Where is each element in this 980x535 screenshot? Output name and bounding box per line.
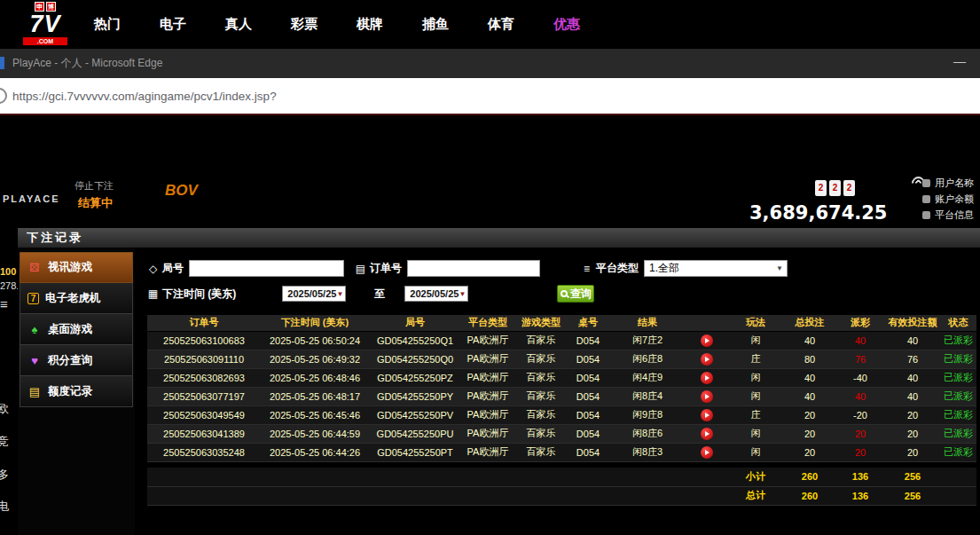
- cards-group: 2 2 2: [815, 180, 855, 196]
- round-no-input[interactable]: [189, 260, 344, 277]
- cell-bet_time: 2025-05-25 06:49:32: [261, 350, 369, 368]
- window-favicon: [0, 57, 4, 69]
- summary-end: [940, 486, 976, 505]
- edge-fragment: 竞: [0, 434, 9, 450]
- cell-result: 闲8庄3: [608, 443, 686, 461]
- cell-game_type: 百家乐: [514, 331, 568, 350]
- platform-type-value: 1.全部: [649, 261, 679, 276]
- menu-item-balance[interactable]: 账户余额: [922, 191, 974, 207]
- order-no-input[interactable]: [407, 260, 540, 277]
- playing-card: 2: [843, 180, 855, 196]
- hamburger-icon: ≡: [0, 296, 8, 311]
- cell-platform: PA欧洲厅: [461, 405, 514, 424]
- cell-table_no: D054: [568, 368, 608, 387]
- platform-type-select[interactable]: 1.全部 ▼: [644, 260, 788, 277]
- col-header-result: 结果: [608, 315, 686, 331]
- cell-status: 已派彩: [940, 368, 976, 387]
- cell-result: 闲4庄9: [608, 368, 686, 387]
- bet-time-label: 下注时间 (美东): [162, 287, 236, 302]
- cell-status: 已派彩: [940, 443, 976, 461]
- points-icon: ♥: [27, 354, 42, 367]
- reload-icon[interactable]: [0, 88, 7, 104]
- cell-status: 已派彩: [940, 405, 976, 424]
- site-logo[interactable]: 申 博 7V .COM: [16, 2, 74, 47]
- cell-bet_time: 2025-05-25 06:45:46: [261, 405, 369, 424]
- nav-item-7[interactable]: 优惠: [553, 16, 580, 33]
- col-header-valid_bet: 有效投注额: [885, 315, 940, 331]
- cell-valid_bet: 20: [885, 443, 940, 461]
- summary-pad: [147, 486, 727, 505]
- cell-payout: 20: [835, 443, 885, 461]
- bet-record-row: 2505250630352482025-05-25 06:44:26GD0542…: [147, 443, 976, 461]
- replay-cell: [686, 368, 727, 387]
- cell-bet_time: 2025-05-25 06:50:24: [261, 331, 369, 350]
- filter-row-2: 下注时间 (美东) 2025/05/25 ▼ 至 2025/05/25 ▼ 查询: [147, 285, 594, 303]
- nav-item-1[interactable]: 电子: [160, 16, 186, 33]
- cell-result: 闲7庄2: [608, 331, 686, 350]
- cell-status: 已派彩: [940, 424, 976, 443]
- replay-button[interactable]: [701, 390, 713, 403]
- nav-item-4[interactable]: 棋牌: [357, 16, 383, 33]
- search-button[interactable]: 查询: [557, 285, 594, 303]
- date-to-select[interactable]: 2025/05/25 ▼: [404, 286, 468, 302]
- account-menu: 用户名称 账户余额 平台信息: [922, 175, 974, 223]
- nav-item-5[interactable]: 捕鱼: [422, 16, 449, 33]
- cell-result: 闲8庄4: [608, 387, 686, 405]
- nav-item-0[interactable]: 热门: [94, 16, 121, 33]
- cell-result: 闲8庄6: [608, 424, 686, 443]
- replay-button[interactable]: [701, 353, 713, 366]
- cell-payout: -20: [835, 405, 885, 424]
- bet-record-row: 2505250630911102025-05-25 06:49:32GD0542…: [147, 350, 976, 368]
- cell-result: 闲9庄8: [608, 405, 686, 424]
- summary-payout: 136: [835, 486, 885, 505]
- sidebar-item-3[interactable]: ♥积分查询: [20, 345, 133, 376]
- stop-betting-text: 停止下注: [74, 179, 114, 193]
- date-to-value: 2025/05/25: [410, 288, 459, 299]
- summary-pad: [147, 468, 727, 486]
- window-title: PlayAce - 个人 - Microsoft Edge: [12, 56, 162, 71]
- address-bar[interactable]: https://gci.7vvvvvv.com/agingame/pcv1/in…: [0, 78, 980, 114]
- nav-item-2[interactable]: 真人: [225, 16, 252, 33]
- edge-fragment: 电: [0, 499, 9, 515]
- minimize-button[interactable]: —: [953, 54, 966, 68]
- table-spacer: [147, 461, 976, 468]
- cell-payout: 40: [835, 387, 885, 405]
- sidebar-item-1[interactable]: 7电子老虎机: [20, 283, 133, 314]
- cell-table_no: D054: [568, 405, 608, 424]
- nav-item-3[interactable]: 彩票: [291, 16, 318, 33]
- sidebar-item-4[interactable]: ▤额度记录: [20, 376, 133, 407]
- play-icon: [705, 375, 710, 381]
- nav-item-6[interactable]: 体育: [488, 16, 514, 33]
- summary-total-bet: 260: [784, 468, 835, 486]
- replay-button[interactable]: [701, 372, 713, 384]
- cell-order_no: 250525063100683: [147, 331, 261, 350]
- sidebar-item-2[interactable]: ♠桌面游戏: [20, 314, 133, 345]
- cell-valid_bet: 76: [885, 350, 940, 368]
- menu-item-username[interactable]: 用户名称: [922, 175, 974, 191]
- round-no-label: 局号: [162, 261, 184, 276]
- cell-platform: PA欧洲厅: [461, 443, 514, 461]
- replay-cell: [686, 424, 727, 443]
- col-header-round_no: 局号: [369, 315, 461, 331]
- user-icon: [922, 179, 930, 187]
- cell-platform: PA欧洲厅: [461, 331, 514, 350]
- sidebar-item-0[interactable]: ⚄视讯游戏: [20, 252, 133, 283]
- table-body: 2505250631006832025-05-25 06:50:24GD0542…: [147, 331, 976, 505]
- bov-logo: BOV: [165, 182, 198, 200]
- cell-round_no: GD054255250PU: [369, 424, 461, 443]
- replay-button[interactable]: [701, 428, 713, 440]
- menu-item-platform-info[interactable]: 平台信息: [922, 207, 974, 223]
- slot-machine-icon: 7: [27, 293, 39, 304]
- cell-table_no: D054: [568, 331, 608, 350]
- table-header: 订单号下注时间 (美东)局号平台类型游戏类型桌号结果玩法总投注派彩有效投注额状态: [147, 315, 976, 331]
- replay-button[interactable]: [701, 334, 713, 347]
- summary-payout: 136: [835, 468, 885, 486]
- replay-button[interactable]: [701, 409, 713, 421]
- edge-fragment: 278.: [0, 280, 19, 291]
- cell-order_no: 250525063035248: [147, 443, 261, 461]
- cell-valid_bet: 20: [885, 405, 940, 424]
- date-from-select[interactable]: 2025/05/25 ▼: [282, 286, 346, 302]
- replay-button[interactable]: [701, 446, 713, 459]
- cell-valid_bet: 40: [885, 331, 940, 350]
- modal-header: 下注记录: [18, 228, 980, 248]
